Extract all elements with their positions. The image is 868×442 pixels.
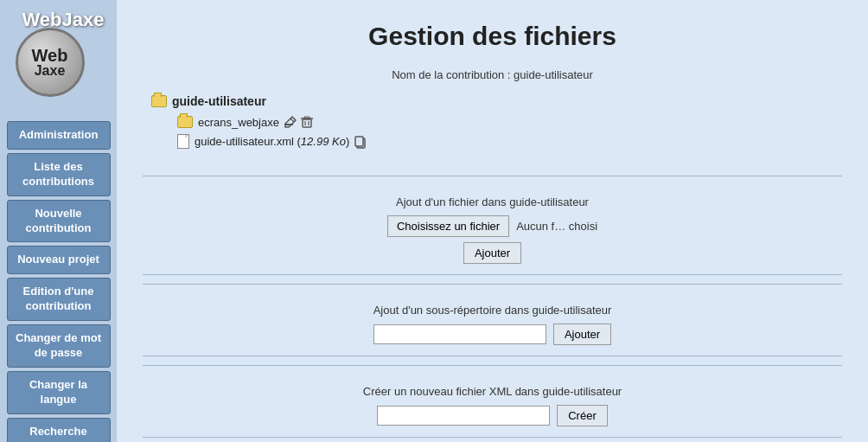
delete-icon[interactable] [300,115,314,129]
create-xml-row: Créer [143,405,842,426]
nav-recherche[interactable]: Recherche [7,418,111,442]
svg-rect-9 [355,137,363,146]
child-folder-icon [177,116,193,128]
page-title: Gestion des fichiers [143,22,842,51]
add-file-row: Choisissez un fichier Aucun f… choisi [143,215,842,237]
nav-liste-contributions[interactable]: Liste des contributions [7,153,111,196]
nav-administration[interactable]: Administration [7,121,111,150]
add-subfolder-label: Ajout d'un sous-répertoire dans guide-ut… [143,304,842,317]
file-tree: guide-utilisateur ecrans_webjaxe [143,94,842,154]
add-file-label: Ajout d'un fichier dans guide-utilisateu… [143,195,842,208]
rename-icon[interactable] [284,115,297,129]
create-xml-section: Créer un nouveau fichier XML dans guide-… [143,375,842,438]
divider-2 [143,284,842,285]
logo-title: WebJaxe [22,9,105,31]
add-file-section: Ajout d'un fichier dans guide-utilisateu… [143,185,842,275]
nav-changer-mot-de-passe[interactable]: Changer de mot de passe [7,324,111,368]
logo-badge-line2: Jaxe [35,64,66,78]
nav-nouveau-projet[interactable]: Nouveau projet [7,246,111,274]
tree-root-folder: guide-utilisateur [151,94,842,108]
tree-child-file: guide-utilisateur.xml (12.99 Ko) [151,134,842,149]
root-folder-name: guide-utilisateur [172,94,266,108]
subfolder-input[interactable] [373,324,546,344]
logo-badge-line1: Web [32,47,68,64]
add-subfolder-button[interactable]: Ajouter [553,323,611,345]
sidebar: WebJaxe Web Jaxe Administration Liste de… [0,0,117,442]
add-file-button[interactable]: Ajouter [463,242,521,264]
divider-3 [143,365,842,366]
child-folder-name: ecrans_webjaxe [198,116,279,129]
add-subfolder-row: Ajouter [143,323,842,345]
tree-child-folder: ecrans_webjaxe [151,115,842,129]
nav-nouvelle-contribution[interactable]: Nouvelle contribution [7,200,111,243]
svg-rect-3 [303,119,311,127]
child-file-name: guide-utilisateur.xml (12.99 Ko) [195,135,349,148]
contribution-name: Nom de la contribution : guide-utilisate… [143,68,842,81]
file-status: Aucun f… choisi [516,220,597,233]
nav-edition-contribution[interactable]: Edition d'une contribution [7,278,111,321]
xml-filename-input[interactable] [377,406,550,426]
add-subfolder-section: Ajout d'un sous-répertoire dans guide-ut… [143,293,842,356]
choose-file-button[interactable]: Choisissez un fichier [387,215,509,237]
main-content: Gestion des fichiers Nom de la contribut… [117,0,868,442]
create-xml-label: Créer un nouveau fichier XML dans guide-… [143,385,842,398]
root-folder-icon [151,95,167,107]
copy-icon[interactable] [354,135,367,149]
svg-line-2 [290,119,294,122]
divider-1 [143,176,842,176]
child-file-icon [177,134,189,149]
add-file-submit-row: Ajouter [143,242,842,264]
logo-area: WebJaxe Web Jaxe [7,9,111,108]
svg-marker-1 [285,117,296,127]
logo-badge: Web Jaxe [16,28,85,97]
svg-rect-5 [304,117,310,119]
create-xml-button[interactable]: Créer [557,405,608,426]
nav-changer-langue[interactable]: Changer la langue [7,371,111,414]
